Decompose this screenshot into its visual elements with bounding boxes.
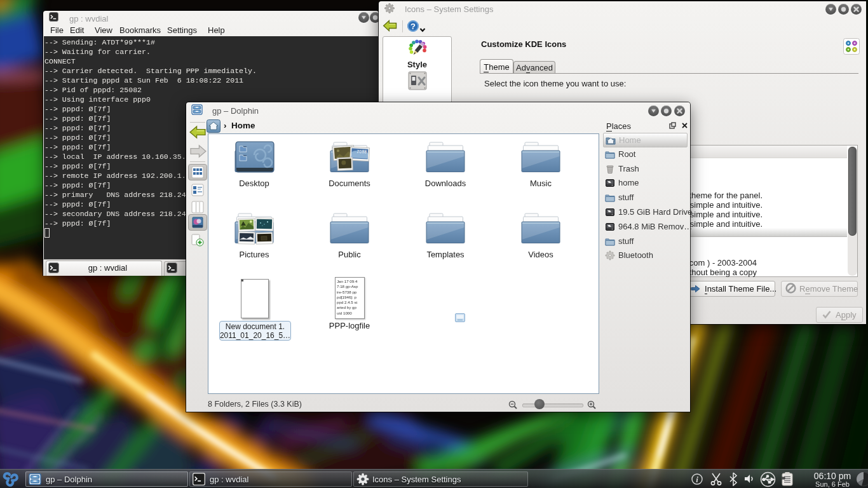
svg-text:?: ? xyxy=(410,22,416,31)
svg-text:i: i xyxy=(696,475,698,484)
svg-text:7088: 7088 xyxy=(356,149,367,154)
